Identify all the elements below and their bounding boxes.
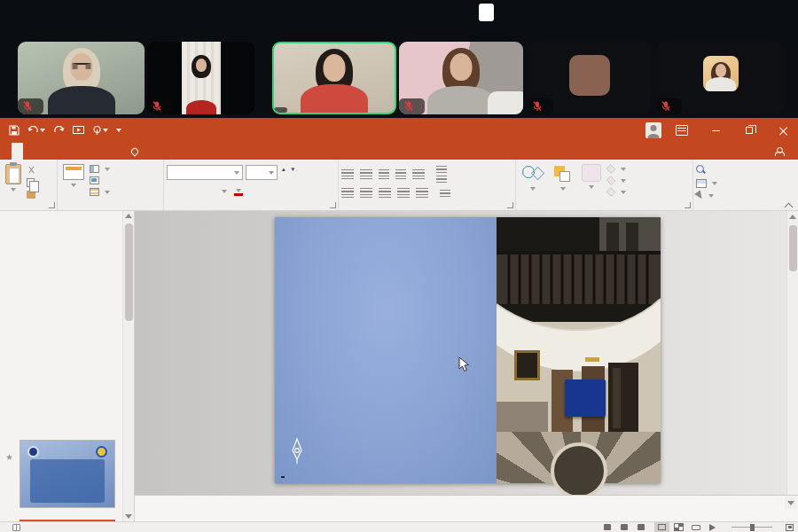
increase-indent-button[interactable] bbox=[395, 169, 406, 179]
text-direction-button[interactable] bbox=[436, 166, 447, 173]
smartart-convert-button[interactable] bbox=[440, 190, 450, 197]
help-bubble[interactable] bbox=[479, 4, 494, 21]
tab-home[interactable] bbox=[12, 143, 23, 160]
decrease-indent-button[interactable] bbox=[379, 169, 389, 179]
minimize-button[interactable] bbox=[702, 118, 729, 143]
undo-icon[interactable] bbox=[27, 126, 45, 136]
shrink-font-button[interactable]: ▾ bbox=[290, 166, 297, 179]
align-right-button[interactable] bbox=[379, 188, 391, 198]
comments-button[interactable] bbox=[638, 522, 647, 532]
zoom-slider[interactable] bbox=[732, 527, 772, 528]
numbering-button[interactable] bbox=[360, 169, 372, 179]
paragraph-dialog-launcher[interactable] bbox=[507, 202, 513, 208]
next-slide-scroll-button[interactable] bbox=[785, 497, 796, 509]
save-icon[interactable] bbox=[9, 125, 20, 136]
cut-icon[interactable] bbox=[27, 166, 36, 175]
participant-tile[interactable] bbox=[528, 42, 652, 114]
quick-styles-button[interactable] bbox=[579, 163, 604, 199]
tab-transitions[interactable] bbox=[46, 143, 58, 160]
shape-outline-button[interactable] bbox=[606, 176, 626, 184]
reset-button[interactable] bbox=[90, 176, 110, 184]
thumbnails-scrollbar[interactable] bbox=[122, 211, 134, 521]
find-button[interactable] bbox=[696, 165, 717, 176]
khnue-logo-subtext bbox=[281, 476, 285, 478]
section-button[interactable] bbox=[90, 188, 110, 196]
new-slide-button[interactable] bbox=[60, 163, 87, 199]
normal-view-button[interactable] bbox=[654, 522, 669, 532]
scroll-up-arrow-icon[interactable] bbox=[789, 215, 796, 219]
tab-animations[interactable] bbox=[58, 143, 69, 160]
participant-tile[interactable] bbox=[18, 42, 145, 114]
zoom-slider-knob[interactable] bbox=[750, 524, 755, 531]
align-center-button[interactable] bbox=[360, 188, 372, 198]
find-icon bbox=[696, 165, 707, 176]
notes-toggle-button[interactable] bbox=[604, 522, 614, 532]
bullets-button[interactable] bbox=[341, 169, 354, 179]
scroll-up-arrow-icon[interactable] bbox=[125, 214, 132, 218]
slide-canvas[interactable] bbox=[275, 217, 661, 483]
shapes-button[interactable] bbox=[519, 163, 547, 199]
font-name-combobox[interactable] bbox=[167, 165, 243, 180]
paste-icon bbox=[5, 164, 21, 184]
share-button[interactable] bbox=[764, 143, 798, 160]
redo-icon[interactable] bbox=[53, 126, 65, 136]
spell-check-icon[interactable] bbox=[12, 524, 20, 531]
select-button[interactable] bbox=[696, 192, 717, 200]
participant-tile-active-speaker[interactable] bbox=[272, 42, 396, 114]
copy-icon[interactable] bbox=[27, 178, 35, 187]
paste-button[interactable] bbox=[3, 163, 24, 199]
collapse-ribbon-button[interactable] bbox=[785, 200, 794, 207]
slide-sorter-view-button[interactable] bbox=[671, 522, 686, 532]
tab-review[interactable] bbox=[81, 143, 92, 160]
shape-fill-button[interactable] bbox=[606, 165, 626, 173]
close-button[interactable] bbox=[770, 118, 796, 143]
drawing-dialog-launcher[interactable] bbox=[685, 202, 691, 208]
tab-slideshow[interactable] bbox=[69, 143, 81, 160]
ribbon-display-options-button[interactable] bbox=[669, 118, 695, 143]
justify-button[interactable] bbox=[397, 188, 410, 198]
animation-star-icon[interactable] bbox=[6, 454, 12, 460]
restore-button[interactable] bbox=[736, 118, 763, 143]
tab-file[interactable] bbox=[0, 143, 12, 160]
tab-view[interactable] bbox=[92, 143, 104, 160]
grow-font-button[interactable]: ▴ bbox=[280, 166, 287, 179]
editor-vertical-scrollbar[interactable] bbox=[786, 211, 798, 495]
slide-editor-area bbox=[135, 211, 798, 495]
start-slideshow-icon[interactable] bbox=[73, 126, 84, 136]
participant-tile[interactable] bbox=[656, 42, 785, 114]
change-case-button[interactable] bbox=[220, 185, 229, 195]
account-avatar[interactable] bbox=[645, 122, 661, 138]
layout-button[interactable] bbox=[90, 165, 110, 173]
emblem-circle-icon bbox=[96, 446, 107, 458]
align-text-button[interactable] bbox=[436, 176, 447, 183]
arrange-button[interactable] bbox=[550, 163, 576, 199]
font-color-button[interactable] bbox=[234, 184, 243, 196]
scroll-down-arrow-icon[interactable] bbox=[125, 514, 132, 519]
replace-button[interactable] bbox=[696, 179, 717, 188]
reading-view-button[interactable] bbox=[688, 522, 703, 532]
tab-design[interactable] bbox=[35, 143, 46, 160]
shape-effects-button[interactable] bbox=[606, 188, 626, 196]
align-left-button[interactable] bbox=[341, 188, 354, 198]
tell-me-box[interactable] bbox=[126, 143, 148, 160]
fit-slide-to-window-button[interactable] bbox=[786, 524, 794, 531]
tab-help[interactable] bbox=[104, 143, 115, 160]
slide-thumbnail-1[interactable] bbox=[20, 440, 115, 508]
font-dialog-launcher[interactable] bbox=[330, 202, 336, 208]
clipboard-dialog-launcher[interactable] bbox=[49, 202, 55, 208]
participant-tile[interactable] bbox=[147, 42, 254, 114]
line-spacing-button[interactable] bbox=[412, 169, 425, 179]
font-size-combobox[interactable] bbox=[246, 165, 278, 180]
participant-name-label bbox=[528, 98, 553, 114]
touch-mode-icon[interactable] bbox=[92, 125, 108, 136]
participant-tile[interactable] bbox=[399, 42, 523, 114]
text-direction-buttons bbox=[436, 166, 447, 183]
customize-qat-icon[interactable] bbox=[116, 129, 121, 132]
display-settings-button[interactable] bbox=[621, 522, 630, 532]
scrollbar-thumb[interactable] bbox=[125, 223, 133, 321]
slideshow-view-button[interactable] bbox=[705, 522, 720, 532]
notes-pane[interactable] bbox=[135, 495, 798, 521]
tab-insert[interactable] bbox=[23, 143, 35, 160]
scrollbar-thumb[interactable] bbox=[789, 225, 797, 271]
columns-button[interactable] bbox=[416, 188, 428, 198]
